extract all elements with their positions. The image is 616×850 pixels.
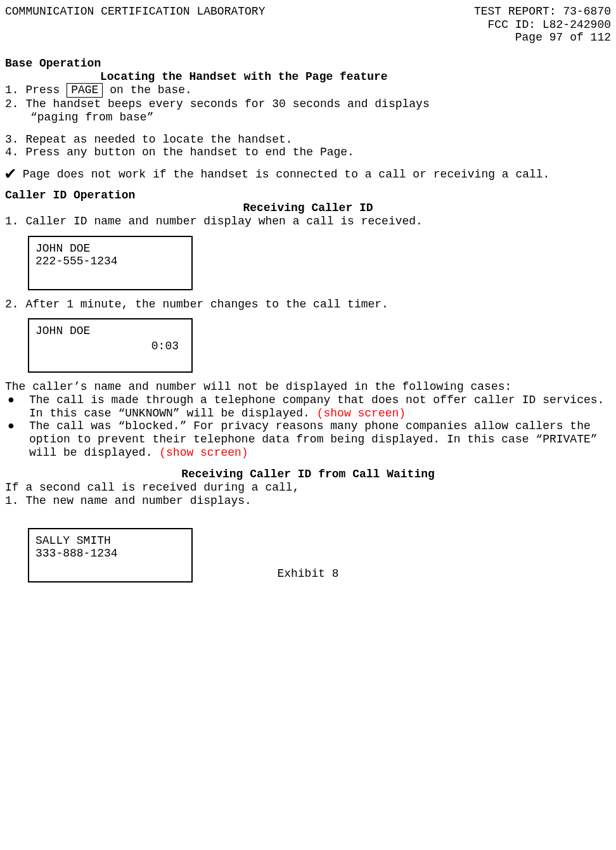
page-note: ✔ Page does not work if the handset is c… — [5, 168, 611, 181]
call-waiting-subtitle: Receiving Caller ID from Call Waiting — [5, 468, 611, 481]
locating-subtitle: Locating the Handset with the Page featu… — [5, 70, 611, 84]
bullet-2: ● The call was “blocked.” For privacy re… — [8, 420, 611, 459]
call-waiting-step1: 1. The new name and number displays. — [5, 494, 611, 508]
base-step2a: 2. The handset beeps every seconds for 3… — [5, 98, 611, 111]
checkmark-icon: ✔ — [5, 170, 16, 179]
display3-name: SALLY SMITH — [35, 534, 185, 548]
bullet-icon: ● — [8, 394, 15, 407]
fcc-line: FCC ID: L82-242900 — [5, 18, 611, 32]
base-step2b: “paging from base” — [5, 111, 611, 124]
cases-intro: The caller’s name and number will not be… — [5, 380, 611, 394]
lab-name: COMMUNICATION CERTIFICATION LABORATORY — [5, 5, 265, 18]
base-operation-title: Base Operation — [5, 57, 611, 70]
base-step1: 1. Press PAGE on the base. — [5, 83, 611, 98]
bullet-icon: ● — [8, 420, 15, 433]
display3-number: 333-888-1234 — [35, 547, 185, 560]
show-screen-2: (show screen) — [159, 446, 248, 459]
page-line: Page 97 of 112 — [5, 31, 611, 44]
base-step4: 4. Press any button on the handset to en… — [5, 146, 611, 159]
page-button-label: PAGE — [67, 83, 103, 98]
show-screen-1: (show screen) — [317, 407, 406, 420]
report-line: TEST REPORT: 73-6870 — [474, 5, 611, 18]
display-box-1: JOHN DOE 222-555-1234 — [28, 236, 193, 290]
call-waiting-intro: If a second call is received during a ca… — [5, 481, 611, 494]
display1-name: JOHN DOE — [35, 242, 185, 255]
base-step3: 3. Repeat as needed to locate the handse… — [5, 133, 611, 146]
callerid-title: Caller ID Operation — [5, 189, 611, 202]
callerid-step1: 1. Caller ID name and number display whe… — [5, 215, 611, 228]
callerid-step2: 2. After 1 minute, the number changes to… — [5, 298, 611, 311]
bullet-1: ● The call is made through a telephone c… — [8, 394, 611, 420]
document-header: COMMUNICATION CERTIFICATION LABORATORY T… — [5, 5, 611, 44]
display-box-3: SALLY SMITH 333-888-1234 — [28, 528, 193, 583]
receiving-callerid-subtitle: Receiving Caller ID — [5, 202, 611, 215]
display1-number: 222-555-1234 — [35, 255, 185, 268]
display2-timer: 0:03 — [151, 340, 179, 353]
display-box-2: JOHN DOE 0:03 — [28, 318, 193, 373]
display2-name: JOHN DOE — [35, 325, 185, 338]
